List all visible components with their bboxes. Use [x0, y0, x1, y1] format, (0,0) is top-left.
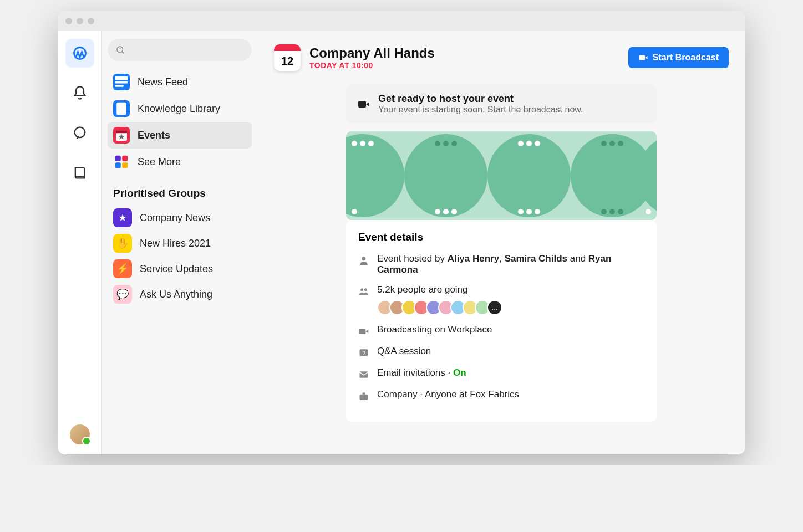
svg-rect-3	[115, 76, 128, 80]
svg-point-28	[435, 209, 440, 214]
nav-item-knowledge-library[interactable]: Knowledge Library	[108, 95, 252, 122]
event-time: TODAY AT 10:00	[309, 61, 435, 70]
group-item-ask-us-anything[interactable]: 💬Ask Us Anything	[108, 282, 252, 307]
banner-subtitle: Your event is starting soon. Start the b…	[378, 105, 583, 115]
video-icon	[638, 53, 648, 63]
event-title: Company All Hands	[309, 45, 435, 61]
event-details-card: Event details Event hosted by Aliya Henr…	[346, 220, 657, 422]
svg-point-39	[609, 141, 615, 146]
video-icon	[358, 326, 369, 337]
svg-point-23	[368, 141, 374, 146]
svg-text:?: ?	[363, 350, 365, 356]
svg-point-38	[601, 141, 607, 146]
svg-point-29	[443, 209, 449, 214]
search-input[interactable]	[108, 39, 252, 61]
svg-point-46	[364, 288, 367, 291]
nav-item-events[interactable]: Events	[108, 122, 252, 149]
svg-rect-6	[116, 103, 126, 115]
svg-point-35	[435, 141, 440, 146]
svg-rect-4	[115, 81, 128, 84]
nav-item-see-more[interactable]: See More	[108, 149, 252, 175]
qa-row: ? Q&A session	[358, 346, 644, 359]
svg-rect-51	[360, 395, 368, 400]
event-cover-image	[346, 131, 657, 220]
group-item-service-updates[interactable]: ⚡Service Updates	[108, 256, 252, 282]
svg-point-17	[404, 134, 487, 217]
svg-point-2	[117, 47, 123, 53]
email-row: Email invitations · On	[358, 367, 644, 380]
svg-rect-14	[358, 101, 366, 108]
svg-rect-8	[116, 130, 127, 133]
svg-point-18	[487, 134, 571, 217]
svg-point-21	[352, 141, 357, 146]
going-count: 5.2k people are going	[377, 284, 502, 295]
host-row: Event hosted by Aliya Henry, Samira Chil…	[358, 253, 644, 275]
svg-point-41	[601, 209, 607, 214]
svg-point-22	[360, 141, 365, 146]
calendar-date-icon: 12	[274, 44, 301, 71]
window-titlebar	[58, 11, 745, 31]
company-row: Company · Anyone at Fox Fabrics	[358, 389, 644, 402]
svg-rect-47	[359, 329, 366, 334]
svg-rect-11	[115, 162, 121, 168]
nav-item-news-feed[interactable]: News Feed	[108, 69, 252, 95]
user-avatar[interactable]	[70, 424, 90, 444]
content: 12 Company All Hands TODAY AT 10:00 Star…	[257, 31, 745, 454]
person-icon	[358, 255, 369, 266]
svg-point-1	[74, 127, 85, 138]
svg-point-40	[618, 141, 623, 146]
svg-point-43	[618, 209, 623, 214]
event-header: 12 Company All Hands TODAY AT 10:00 Star…	[257, 31, 745, 84]
more-attendees-icon[interactable]: …	[487, 300, 502, 315]
group-item-new-hires-2021[interactable]: ✋New Hires 2021	[108, 231, 252, 256]
svg-point-32	[526, 209, 532, 214]
going-row: 5.2k people are going …	[358, 284, 644, 315]
svg-point-24	[518, 141, 524, 146]
svg-point-31	[518, 209, 524, 214]
video-icon	[357, 98, 370, 111]
start-broadcast-label: Start Broadcast	[653, 53, 719, 63]
group-item-company-news[interactable]: ★Company News	[108, 205, 252, 231]
window-min-dot[interactable]	[77, 18, 83, 24]
svg-point-34	[646, 209, 651, 214]
event-details-heading: Event details	[358, 231, 644, 243]
rail-notifications-icon[interactable]	[65, 79, 94, 108]
broadcast-row: Broadcasting on Workplace	[358, 324, 644, 337]
svg-point-33	[535, 209, 540, 214]
start-broadcast-button[interactable]: Start Broadcast	[628, 47, 729, 68]
svg-point-25	[526, 141, 532, 146]
people-icon	[358, 286, 369, 297]
svg-point-27	[352, 209, 357, 214]
nav-rail	[58, 31, 102, 454]
rail-chat-icon[interactable]	[65, 119, 94, 147]
svg-rect-12	[122, 162, 128, 168]
svg-point-36	[443, 141, 449, 146]
window-close-dot[interactable]	[65, 18, 72, 24]
svg-rect-13	[639, 55, 645, 60]
sidebar-section-title: Prioritised Groups	[113, 187, 246, 200]
window-max-dot[interactable]	[88, 18, 94, 24]
mail-icon	[358, 369, 369, 380]
svg-point-26	[535, 141, 540, 146]
search-icon	[115, 45, 125, 55]
sidebar: News FeedKnowledge LibraryEventsSee More…	[102, 31, 257, 454]
svg-point-45	[360, 288, 363, 291]
svg-rect-9	[115, 156, 121, 161]
briefcase-icon	[358, 391, 369, 402]
rail-book-icon[interactable]	[65, 158, 94, 187]
svg-point-37	[451, 141, 457, 146]
svg-point-44	[362, 257, 366, 260]
qa-icon: ?	[358, 347, 369, 359]
calendar-day: 12	[281, 51, 293, 71]
host-banner: Get ready to host your event Your event …	[346, 84, 657, 124]
banner-title: Get ready to host your event	[378, 93, 583, 105]
svg-rect-5	[115, 85, 124, 87]
rail-workplace-icon[interactable]	[65, 39, 94, 68]
svg-point-42	[609, 209, 615, 214]
attendee-avatars[interactable]: …	[377, 300, 502, 315]
svg-rect-10	[122, 156, 128, 161]
svg-point-30	[451, 209, 457, 214]
